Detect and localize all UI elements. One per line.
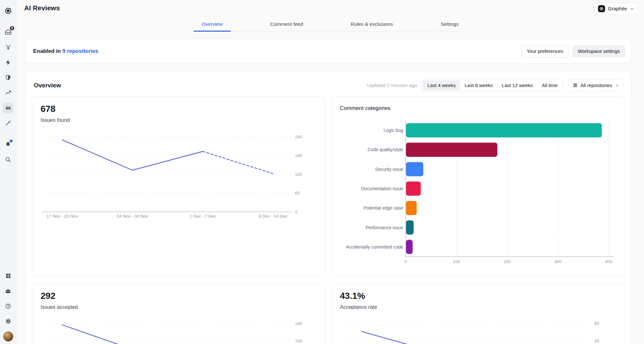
- svg-text:1 Dec - 7 Dec: 1 Dec - 7 Dec: [190, 214, 216, 219]
- lightning-icon[interactable]: [3, 57, 14, 68]
- svg-text:60: 60: [295, 191, 300, 195]
- svg-text:60: 60: [594, 321, 599, 326]
- tab-rules-exclusions[interactable]: Rules & exclusions: [342, 17, 401, 31]
- svg-text:300: 300: [554, 259, 562, 264]
- inbox-icon[interactable]: 9: [3, 27, 14, 38]
- enabled-text: Enabled in: [33, 48, 61, 54]
- svg-text:Security issue: Security issue: [375, 167, 403, 172]
- user-avatar[interactable]: [3, 331, 14, 342]
- svg-text:17 Nov - 23 Nov: 17 Nov - 23 Nov: [46, 214, 78, 219]
- svg-text:140: 140: [295, 321, 302, 326]
- svg-text:24 Nov - 30 Nov: 24 Nov - 30 Nov: [117, 214, 148, 219]
- sidebar-divider: [4, 265, 13, 265]
- issues-accepted-line-chart: 140105: [32, 284, 325, 344]
- merge-icon[interactable]: [3, 42, 14, 53]
- chevron-down-icon: [630, 7, 634, 11]
- ai-reviews-icon[interactable]: [3, 103, 14, 113]
- svg-text:Code quality/style: Code quality/style: [367, 147, 403, 152]
- comment-categories-card: Comment categories 0100200300400Logic bu…: [331, 96, 625, 276]
- tab-overview[interactable]: Overview: [194, 17, 231, 31]
- notifications-bell-icon[interactable]: [3, 139, 14, 150]
- settings-gear-icon[interactable]: [3, 316, 14, 327]
- page-title: AI Reviews: [24, 4, 60, 12]
- time-range-segmented-control: Last 4 weeks Last 8 weeks Last 12 weeks …: [421, 79, 563, 92]
- svg-text:240: 240: [295, 134, 302, 139]
- help-icon[interactable]: [3, 301, 14, 312]
- section-title: Overview: [34, 82, 61, 89]
- svg-text:Performance issue: Performance issue: [365, 225, 403, 230]
- enabled-repos-banner: Enabled in 9 repositories Your preferenc…: [25, 39, 631, 64]
- svg-text:180: 180: [295, 153, 302, 158]
- search-icon[interactable]: [3, 154, 14, 165]
- svg-text:Accidentally committed code: Accidentally committed code: [346, 244, 403, 250]
- svg-text:105: 105: [295, 339, 302, 343]
- range-last-4-weeks[interactable]: Last 4 weeks: [423, 80, 460, 90]
- updated-timestamp: Updated 2 minutes ago: [367, 83, 417, 88]
- svg-text:120: 120: [295, 172, 302, 177]
- workspace-name: Graphite: [608, 6, 627, 12]
- issues-found-line-chart: 06012018024017 Nov - 23 Nov24 Nov - 30 N…: [32, 97, 325, 276]
- briefcase-icon[interactable]: [3, 286, 14, 297]
- chevron-down-icon: [615, 84, 619, 87]
- repo-filter-label: All repositories: [581, 83, 612, 88]
- svg-text:400: 400: [605, 259, 612, 264]
- svg-text:45: 45: [594, 339, 599, 343]
- acceptance-rate-card: 43.1% Acceptance rate 6045: [331, 283, 625, 344]
- overview-toolbar: Overview Updated 2 minutes ago Last 4 we…: [32, 79, 624, 92]
- svg-text:0: 0: [404, 259, 407, 264]
- repo-list-icon: [573, 83, 578, 88]
- inbox-count-badge: 9: [9, 25, 15, 31]
- sidebar: 9: [0, 0, 16, 344]
- workspace-settings-button[interactable]: Workspace settings: [572, 45, 625, 57]
- tab-bar: Overview Comment feed Rules & exclusions…: [194, 17, 467, 32]
- tab-settings[interactable]: Settings: [432, 17, 467, 31]
- apps-grid-icon[interactable]: [3, 270, 14, 281]
- comment-categories-bar-chart: 0100200300400Logic bugCode quality/style…: [332, 97, 625, 276]
- issues-accepted-card: 292 Issues accepted 140105: [32, 283, 325, 344]
- acceptance-rate-line-chart: 6045: [332, 284, 625, 344]
- svg-text:Potential edge case: Potential edge case: [364, 205, 403, 211]
- graphite-logo-icon[interactable]: [3, 5, 14, 16]
- avatar-image: [3, 331, 13, 341]
- svg-text:200: 200: [503, 259, 511, 264]
- graphite-mark-icon: [598, 5, 605, 12]
- tab-comment-feed[interactable]: Comment feed: [262, 17, 311, 31]
- notification-dot: [10, 140, 13, 143]
- svg-text:8 Dec - 14 Dec: 8 Dec - 14 Dec: [259, 214, 288, 219]
- sidebar-divider: [4, 21, 13, 22]
- shield-icon[interactable]: [3, 72, 14, 83]
- svg-text:100: 100: [453, 259, 460, 264]
- issues-found-card: 678 Issues found 06012018024017 Nov - 23…: [32, 96, 325, 276]
- range-last-12-weeks[interactable]: Last 12 weeks: [497, 80, 537, 90]
- insights-chart-icon[interactable]: [3, 87, 14, 98]
- workspace-switcher-button[interactable]: Graphite: [594, 3, 638, 15]
- overview-panel: Overview Updated 2 minutes ago Last 4 we…: [25, 71, 631, 344]
- svg-text:Documentation issue: Documentation issue: [361, 186, 403, 191]
- svg-text:Logic bug: Logic bug: [384, 128, 403, 133]
- magic-wand-icon[interactable]: [3, 118, 14, 129]
- svg-text:0: 0: [295, 210, 298, 214]
- your-preferences-button[interactable]: Your preferences: [521, 45, 569, 57]
- range-last-8-weeks[interactable]: Last 8 weeks: [460, 80, 497, 90]
- page-header: AI Reviews Graphite: [16, 0, 644, 17]
- repositories-link[interactable]: 9 repositories: [62, 48, 99, 54]
- repository-filter-dropdown[interactable]: All repositories: [568, 79, 624, 92]
- range-all-time[interactable]: All time: [537, 80, 562, 90]
- sidebar-divider: [4, 133, 13, 134]
